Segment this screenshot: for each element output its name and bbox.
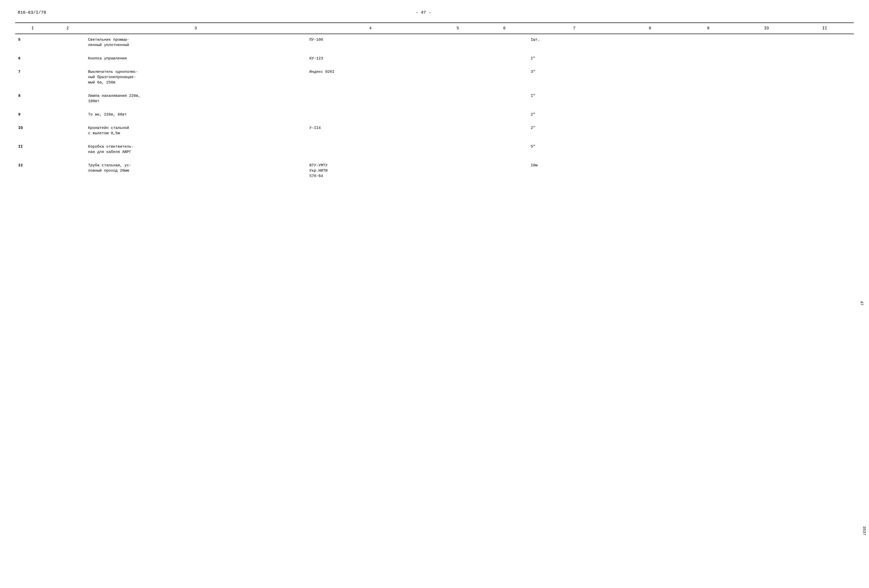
table-cell <box>434 142 481 157</box>
table-cell <box>434 67 481 87</box>
table-cell <box>434 110 481 119</box>
table-cell: Iшт. <box>528 34 621 50</box>
table-cell: I" <box>528 54 621 63</box>
table-cell <box>481 161 528 181</box>
table-cell <box>621 67 679 87</box>
table-cell <box>796 34 854 50</box>
table-cell <box>306 91 434 106</box>
doc-number: 816-63/I/70 <box>18 10 46 15</box>
table-cell: IO <box>15 123 50 138</box>
table-cell: ВТУ-УМТУ Укр.НИТИ 576-64 <box>306 161 434 181</box>
table-cell <box>621 91 679 106</box>
table-cell <box>796 161 854 181</box>
col-header-9: 9 <box>679 23 737 34</box>
col-header-8: 8 <box>621 23 679 34</box>
table-cell <box>434 54 481 63</box>
table-cell <box>50 91 85 106</box>
table-cell <box>481 123 528 138</box>
page-header: 816-63/I/70 - 47 - <box>15 10 854 15</box>
table-cell: Кронштейн стальной с вылетом 0,5м <box>85 123 306 138</box>
col-header-11: II <box>796 23 854 34</box>
table-cell: 8 <box>15 91 50 106</box>
table-cell <box>306 142 434 157</box>
table-cell: Коробка ответвитель- ная для кабеля АВРГ <box>85 142 306 157</box>
col-header-3: 3 <box>85 23 306 34</box>
table-row: 5Светильник промыш- ленный уплотненныйПУ… <box>15 34 854 50</box>
table-cell <box>621 34 679 50</box>
table-cell <box>679 54 737 63</box>
table-cell: 9 <box>15 110 50 119</box>
table-cell: Выключатель однополюс- ный брызгонепрони… <box>85 67 306 87</box>
page-number: - 47 - <box>416 10 431 15</box>
table-cell: Труба стальная, ус- ловный проход 20мм <box>85 161 306 181</box>
table-cell: Индекс 026I <box>306 67 434 87</box>
table-header-row: I 2 3 4 5 6 7 8 9 IO II <box>15 23 854 34</box>
side-note-47: 47 <box>859 301 864 305</box>
spacer-row <box>15 119 854 123</box>
table-cell: Светильник промыш- ленный уплотненный <box>85 34 306 50</box>
table-cell <box>481 91 528 106</box>
table-cell <box>737 67 795 87</box>
table-cell <box>679 91 737 106</box>
table-cell <box>737 161 795 181</box>
table-cell <box>50 161 85 181</box>
table-cell: То же, 220в, 60вт <box>85 110 306 119</box>
table-cell <box>481 54 528 63</box>
col-header-10: IO <box>737 23 795 34</box>
spacer-row <box>15 106 854 110</box>
col-header-6: 6 <box>481 23 528 34</box>
table-cell <box>679 110 737 119</box>
table-row: IOКронштейн стальной с вылетом 0,5мУ-II4… <box>15 123 854 138</box>
table-cell <box>737 110 795 119</box>
table-row: 7Выключатель однополюс- ный брызгонепрон… <box>15 67 854 87</box>
table-cell <box>796 67 854 87</box>
table-row: IIКоробка ответвитель- ная для кабеля АВ… <box>15 142 854 157</box>
table-row: 9То же, 220в, 60вт2" <box>15 110 854 119</box>
table-cell: 5 <box>15 34 50 50</box>
table-cell: I" <box>528 91 621 106</box>
table-cell <box>796 54 854 63</box>
spacer-row <box>15 138 854 142</box>
spacer-row <box>15 87 854 91</box>
table-cell: Кнопка управления <box>85 54 306 63</box>
table-cell: 2" <box>528 110 621 119</box>
table-cell <box>796 142 854 157</box>
table-row: 6Кнопка управленияКУ-123I" <box>15 54 854 63</box>
table-cell <box>434 34 481 50</box>
table-cell <box>737 142 795 157</box>
table-cell <box>679 161 737 181</box>
table-cell <box>796 123 854 138</box>
spacer-row <box>15 157 854 161</box>
table-cell <box>621 54 679 63</box>
table-cell <box>679 34 737 50</box>
spacer-row <box>15 50 854 54</box>
table-cell <box>50 110 85 119</box>
table-cell <box>50 34 85 50</box>
table-cell <box>50 67 85 87</box>
table-cell <box>434 123 481 138</box>
table-cell <box>481 142 528 157</box>
table-cell: ПУ-100 <box>306 34 434 50</box>
table-cell <box>796 91 854 106</box>
table-cell: 5" <box>528 142 621 157</box>
table-cell <box>679 142 737 157</box>
table-cell <box>481 34 528 50</box>
table-cell <box>50 123 85 138</box>
table-cell <box>50 142 85 157</box>
side-note-3537: 3537 <box>862 526 866 535</box>
table-row: 8Лампа накаливания 220в, 100втI" <box>15 91 854 106</box>
table-cell <box>306 110 434 119</box>
table-cell <box>434 91 481 106</box>
table-cell <box>621 110 679 119</box>
table-cell <box>737 34 795 50</box>
table-cell: У-II4 <box>306 123 434 138</box>
col-header-2: 2 <box>50 23 85 34</box>
table-cell <box>434 161 481 181</box>
table-row: I2Труба стальная, ус- ловный проход 20мм… <box>15 161 854 181</box>
table-cell <box>481 110 528 119</box>
col-header-1: I <box>15 23 50 34</box>
table-cell <box>621 161 679 181</box>
main-table: I 2 3 4 5 6 7 8 9 IO II 5Светильник пром… <box>15 22 854 181</box>
table-cell: Лампа накаливания 220в, 100вт <box>85 91 306 106</box>
table-cell: КУ-123 <box>306 54 434 63</box>
